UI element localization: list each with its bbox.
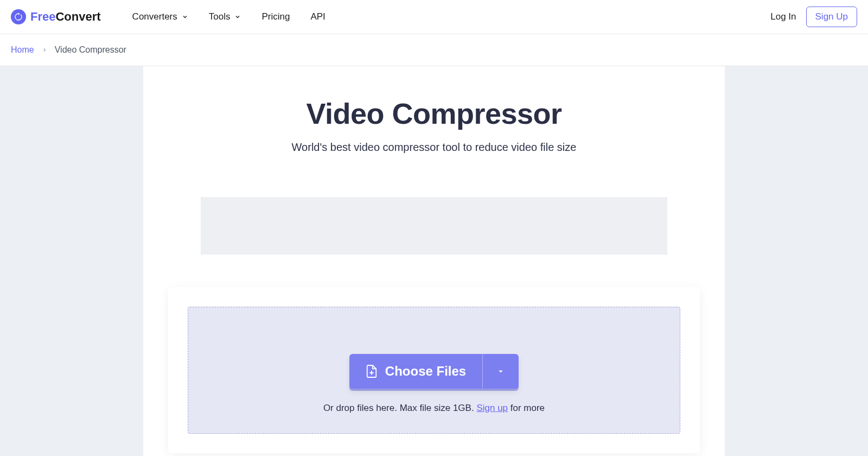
logo-text: FreeConvert	[30, 10, 101, 24]
signup-button[interactable]: Sign Up	[806, 7, 857, 27]
signup-inline-link[interactable]: Sign up	[476, 403, 508, 413]
page-title: Video Compressor	[165, 97, 703, 130]
logo[interactable]: FreeConvert	[11, 9, 101, 24]
login-link[interactable]: Log In	[770, 11, 796, 22]
nav-converters[interactable]: Converters	[132, 11, 188, 22]
upload-card: Choose Files Or drop files here. Max fil…	[168, 287, 700, 453]
page-subtitle: World's best video compressor tool to re…	[165, 141, 703, 154]
chevron-down-icon	[496, 366, 506, 376]
breadcrumb: Home Video Compressor	[0, 34, 868, 66]
logo-text-free: Free	[30, 10, 55, 23]
dropzone[interactable]: Choose Files Or drop files here. Max fil…	[188, 307, 680, 434]
nav-pricing-label: Pricing	[261, 11, 290, 22]
nav-converters-label: Converters	[132, 11, 177, 22]
drop-hint-prefix: Or drop files here. Max file size 1GB.	[323, 403, 477, 413]
file-add-icon	[366, 364, 378, 378]
chevron-down-icon	[234, 14, 241, 20]
breadcrumb-home[interactable]: Home	[11, 45, 34, 55]
logo-text-convert: Convert	[55, 10, 100, 23]
nav-api[interactable]: API	[310, 11, 325, 22]
nav-pricing[interactable]: Pricing	[261, 11, 290, 22]
nav-api-label: API	[310, 11, 325, 22]
logo-icon	[11, 9, 26, 24]
drop-hint: Or drop files here. Max file size 1GB. S…	[199, 403, 669, 414]
content-card: Video Compressor World's best video comp…	[143, 66, 725, 456]
chevron-right-icon	[42, 46, 47, 54]
drop-hint-suffix: for more	[508, 403, 545, 413]
choose-files-group: Choose Files	[349, 354, 519, 389]
choose-files-button[interactable]: Choose Files	[349, 354, 482, 389]
main-nav: Converters Tools Pricing API	[132, 11, 326, 22]
site-header: FreeConvert Converters Tools Pricing API…	[0, 0, 868, 34]
nav-tools-label: Tools	[209, 11, 231, 22]
breadcrumb-current: Video Compressor	[55, 45, 126, 55]
page-background: Video Compressor World's best video comp…	[0, 66, 868, 456]
choose-files-dropdown[interactable]	[482, 354, 519, 389]
auth-area: Log In Sign Up	[770, 7, 857, 27]
choose-files-label: Choose Files	[385, 364, 466, 379]
chevron-down-icon	[182, 14, 188, 20]
ad-placeholder	[201, 197, 667, 255]
nav-tools[interactable]: Tools	[209, 11, 241, 22]
